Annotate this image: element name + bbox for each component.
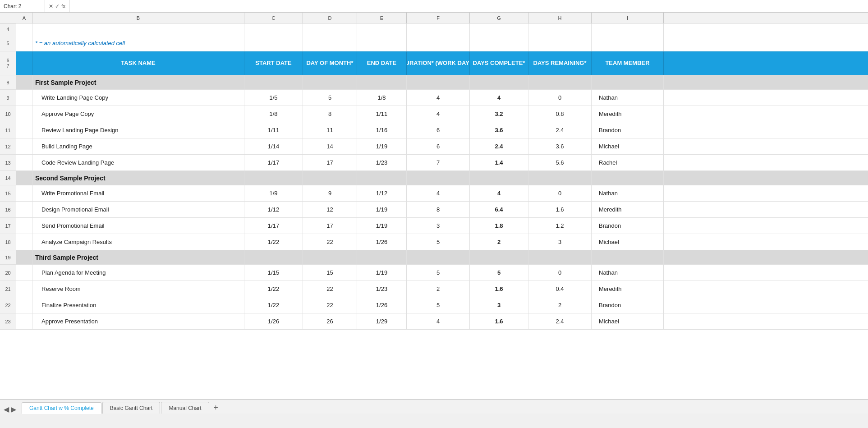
cell-5a[interactable]	[16, 35, 32, 51]
section-cell-a-0[interactable]	[16, 75, 32, 89]
section-cell-h-2[interactable]	[528, 250, 592, 264]
task-start-2-0[interactable]: 1/15	[244, 265, 303, 281]
section-cell-i-2[interactable]	[592, 250, 664, 264]
section-cell-c-1[interactable]	[244, 171, 303, 185]
task-end-0-3[interactable]: 1/19	[357, 138, 407, 154]
section-cell-a-2[interactable]	[16, 250, 32, 264]
section-cell-g-2[interactable]	[470, 250, 528, 264]
cell-4e[interactable]	[357, 23, 407, 35]
task-start-1-2[interactable]: 1/17	[244, 218, 303, 234]
col-header-c[interactable]: C	[244, 13, 303, 23]
col-header-g[interactable]: G	[470, 13, 528, 23]
cell-5d[interactable]	[303, 35, 357, 51]
task-cell-a-0-0[interactable]	[16, 90, 32, 106]
task-member-1-1[interactable]: Meredith	[592, 202, 664, 217]
section-cell-f-2[interactable]	[407, 250, 470, 264]
task-remaining-0-4[interactable]: 5.6	[528, 155, 592, 170]
task-start-2-2[interactable]: 1/22	[244, 297, 303, 313]
add-sheet-button[interactable]: +	[210, 402, 222, 414]
task-complete-2-2[interactable]: 3	[470, 297, 528, 313]
task-duration-0-1[interactable]: 4	[407, 106, 470, 122]
next-sheet-icon[interactable]: ▶	[11, 405, 16, 414]
task-member-1-2[interactable]: Brandon	[592, 218, 664, 234]
task-complete-0-1[interactable]: 3.2	[470, 106, 528, 122]
section-cell-h-1[interactable]	[528, 171, 592, 185]
col-header-i[interactable]: I	[592, 13, 664, 23]
confirm-icon[interactable]: ✓	[55, 3, 60, 9]
task-cell-a-1-0[interactable]	[16, 185, 32, 201]
task-duration-0-3[interactable]: 6	[407, 138, 470, 154]
task-name-1-0[interactable]: Write Promotional Email	[32, 185, 244, 201]
task-end-2-1[interactable]: 1/23	[357, 281, 407, 297]
task-dom-0-3[interactable]: 14	[303, 138, 357, 154]
col-header-f[interactable]: F	[407, 13, 470, 23]
task-name-1-1[interactable]: Design Promotional Email	[32, 202, 244, 217]
task-duration-2-1[interactable]: 2	[407, 281, 470, 297]
section-cell-d-1[interactable]	[303, 171, 357, 185]
task-cell-a-1-3[interactable]	[16, 234, 32, 250]
task-cell-a-0-4[interactable]	[16, 155, 32, 170]
task-duration-2-0[interactable]: 5	[407, 265, 470, 281]
task-remaining-1-3[interactable]: 3	[528, 234, 592, 250]
task-end-1-2[interactable]: 1/19	[357, 218, 407, 234]
task-remaining-1-1[interactable]: 1.6	[528, 202, 592, 217]
task-remaining-0-3[interactable]: 3.6	[528, 138, 592, 154]
task-dom-0-2[interactable]: 11	[303, 122, 357, 138]
task-name-0-1[interactable]: Approve Page Copy	[32, 106, 244, 122]
section-cell-c-2[interactable]	[244, 250, 303, 264]
task-dom-1-2[interactable]: 17	[303, 218, 357, 234]
task-cell-a-2-3[interactable]	[16, 313, 32, 329]
task-start-0-4[interactable]: 1/17	[244, 155, 303, 170]
task-name-2-1[interactable]: Reserve Room	[32, 281, 244, 297]
task-member-2-1[interactable]: Meredith	[592, 281, 664, 297]
task-member-2-0[interactable]: Nathan	[592, 265, 664, 281]
task-name-0-3[interactable]: Build Landing Page	[32, 138, 244, 154]
task-remaining-2-1[interactable]: 0.4	[528, 281, 592, 297]
task-name-1-3[interactable]: Analyze Campaign Results	[32, 234, 244, 250]
col-header-b[interactable]: B	[32, 13, 244, 23]
task-name-2-3[interactable]: Approve Presentation	[32, 313, 244, 329]
task-complete-1-2[interactable]: 1.8	[470, 218, 528, 234]
task-end-0-0[interactable]: 1/8	[357, 90, 407, 106]
col-header-e[interactable]: E	[357, 13, 407, 23]
task-start-1-1[interactable]: 1/12	[244, 202, 303, 217]
task-complete-1-3[interactable]: 2	[470, 234, 528, 250]
section-cell-f-1[interactable]	[407, 171, 470, 185]
task-cell-a-1-1[interactable]	[16, 202, 32, 217]
task-member-0-4[interactable]: Rachel	[592, 155, 664, 170]
task-cell-a-2-2[interactable]	[16, 297, 32, 313]
section-cell-a-1[interactable]	[16, 171, 32, 185]
task-end-2-0[interactable]: 1/19	[357, 265, 407, 281]
section-cell-e-1[interactable]	[357, 171, 407, 185]
tab-basic-gantt[interactable]: Basic Gantt Chart	[102, 402, 161, 414]
task-duration-1-0[interactable]: 4	[407, 185, 470, 201]
task-duration-1-3[interactable]: 5	[407, 234, 470, 250]
task-dom-2-0[interactable]: 15	[303, 265, 357, 281]
task-end-2-3[interactable]: 1/29	[357, 313, 407, 329]
cell-4a[interactable]	[16, 23, 32, 35]
task-end-0-2[interactable]: 1/16	[357, 122, 407, 138]
section-cell-h-0[interactable]	[528, 75, 592, 89]
cell-5c[interactable]	[244, 35, 303, 51]
task-name-0-2[interactable]: Review Landing Page Design	[32, 122, 244, 138]
cell-5g[interactable]	[470, 35, 528, 51]
section-cell-d-0[interactable]	[303, 75, 357, 89]
task-complete-2-3[interactable]: 1.6	[470, 313, 528, 329]
task-duration-2-2[interactable]: 5	[407, 297, 470, 313]
col-header-a[interactable]: A	[16, 13, 32, 23]
section-cell-e-0[interactable]	[357, 75, 407, 89]
section-cell-d-2[interactable]	[303, 250, 357, 264]
task-remaining-0-1[interactable]: 0.8	[528, 106, 592, 122]
task-duration-0-0[interactable]: 4	[407, 90, 470, 106]
task-complete-2-1[interactable]: 1.6	[470, 281, 528, 297]
task-start-2-1[interactable]: 1/22	[244, 281, 303, 297]
task-remaining-0-2[interactable]: 2.4	[528, 122, 592, 138]
task-start-1-3[interactable]: 1/22	[244, 234, 303, 250]
cell-4h[interactable]	[528, 23, 592, 35]
task-complete-1-1[interactable]: 6.4	[470, 202, 528, 217]
task-end-0-1[interactable]: 1/11	[357, 106, 407, 122]
task-duration-2-3[interactable]: 4	[407, 313, 470, 329]
task-complete-1-0[interactable]: 4	[470, 185, 528, 201]
section-cell-c-0[interactable]	[244, 75, 303, 89]
task-member-1-3[interactable]: Michael	[592, 234, 664, 250]
